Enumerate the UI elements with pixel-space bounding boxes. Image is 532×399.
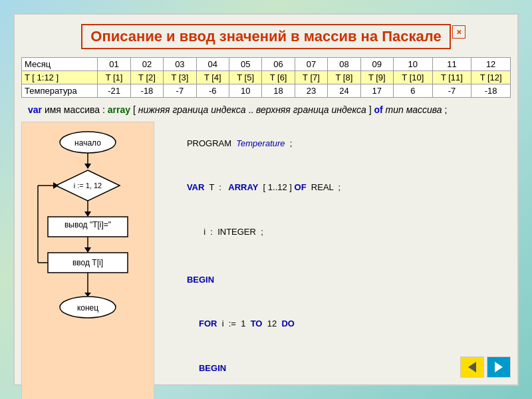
cell-v10: 6 bbox=[394, 84, 433, 98]
syntax-bracket1: [ bbox=[133, 104, 136, 115]
cell-v1: -21 bbox=[98, 84, 130, 98]
cell-t9: T [9] bbox=[360, 71, 393, 84]
cell-v2: -18 bbox=[130, 84, 163, 98]
svg-marker-2 bbox=[84, 164, 91, 169]
cell-03: 03 bbox=[164, 58, 196, 71]
cell-v5: 10 bbox=[229, 84, 261, 98]
code-line-2: VAR T : ARRAY [ 1..12 ] OF REAL ; bbox=[168, 166, 511, 209]
forward-arrow-icon bbox=[495, 362, 503, 372]
fc-output-label: вывод "T[i]=" bbox=[65, 220, 111, 229]
cell-t10: T [10] bbox=[394, 71, 433, 84]
syntax-var: var bbox=[28, 104, 42, 115]
fc-input-label: ввод T[i] bbox=[72, 258, 103, 267]
cell-v12: -18 bbox=[471, 84, 511, 98]
title-area: Описание и ввод значений в массив на Пас… bbox=[21, 21, 511, 52]
syntax-lower: нижняя граница индекса bbox=[138, 104, 246, 115]
table-row-header: Месяц 01 02 03 04 05 06 07 08 09 10 11 1… bbox=[22, 58, 511, 71]
svg-marker-15 bbox=[84, 293, 91, 297]
cell-month-label: Месяц bbox=[22, 58, 98, 71]
nav-back-button[interactable] bbox=[460, 356, 484, 378]
cell-t12: T [12] bbox=[471, 71, 511, 84]
flowchart-svg: начало i := 1, 12 вывод "T[i]=" вв bbox=[28, 129, 148, 335]
cell-temp-label: Температура bbox=[22, 84, 98, 98]
code-line-5: FOR i := 1 TO 12 DO bbox=[168, 302, 511, 346]
cell-05: 05 bbox=[229, 58, 261, 71]
cell-09: 09 bbox=[360, 58, 393, 71]
syntax-type: тип массива bbox=[386, 104, 442, 115]
fc-start-label: начало bbox=[74, 138, 101, 148]
code-line-1: PROGRAM Temperature ; bbox=[168, 122, 511, 166]
cell-t2: T [2] bbox=[130, 71, 163, 84]
table-row-temp: Температура -21 -18 -7 -6 10 18 23 24 17… bbox=[22, 84, 511, 98]
syntax-bracket2: ] bbox=[369, 104, 372, 115]
syntax-line: var имя массива : array [ нижняя граница… bbox=[28, 104, 511, 115]
code-panel: PROGRAM Temperature ; VAR T : ARRAY [ 1.… bbox=[161, 122, 511, 399]
svg-marker-13 bbox=[53, 182, 59, 189]
cell-11: 11 bbox=[432, 58, 471, 71]
cell-v9: 17 bbox=[360, 84, 393, 98]
cell-array-label: T [ 1:12 ] bbox=[22, 71, 98, 84]
cell-v11: -7 bbox=[432, 84, 471, 98]
cell-t3: T [3] bbox=[164, 71, 196, 84]
code-line-3: i : INTEGER ; bbox=[168, 210, 511, 254]
slide: Описание и ввод значений в массив на Пас… bbox=[13, 13, 519, 386]
cell-t7: T [7] bbox=[295, 71, 327, 84]
code-line-7: WRITE ( 'T[', i : 2, ']=' ) ; bbox=[168, 390, 511, 399]
nav-forward-button[interactable] bbox=[487, 356, 511, 378]
title-box: Описание и ввод значений в массив на Пас… bbox=[81, 24, 450, 49]
svg-marker-5 bbox=[84, 211, 91, 217]
syntax-of: of bbox=[374, 104, 382, 115]
cell-02: 02 bbox=[130, 58, 163, 71]
syntax-semi: ; bbox=[445, 104, 448, 115]
cell-t4: T [4] bbox=[196, 71, 229, 84]
code-line-6: BEGIN bbox=[168, 346, 511, 390]
cell-t8: T [8] bbox=[328, 71, 360, 84]
slide-title: Описание и ввод значений в массив на Пас… bbox=[90, 28, 441, 45]
nav-buttons bbox=[460, 356, 511, 378]
cell-12: 12 bbox=[471, 58, 511, 71]
back-arrow-icon bbox=[468, 362, 476, 372]
cell-04: 04 bbox=[196, 58, 229, 71]
syntax-array: array bbox=[108, 104, 130, 115]
syntax-upper: верхняя граница индекса bbox=[256, 104, 366, 115]
cell-v6: 18 bbox=[262, 84, 295, 98]
cell-t5: T [5] bbox=[229, 71, 261, 84]
cell-10: 10 bbox=[394, 58, 433, 71]
cell-v7: 23 bbox=[295, 84, 327, 98]
syntax-dots: .. bbox=[248, 104, 253, 115]
cell-v4: -6 bbox=[196, 84, 229, 98]
cell-t11: T [11] bbox=[432, 71, 471, 84]
code-line-4: BEGIN bbox=[168, 258, 511, 302]
svg-marker-8 bbox=[84, 247, 91, 253]
cell-01: 01 bbox=[98, 58, 130, 71]
cell-07: 07 bbox=[295, 58, 327, 71]
close-icon[interactable]: ✕ bbox=[452, 25, 466, 39]
cell-08: 08 bbox=[328, 58, 360, 71]
syntax-name: имя массива : bbox=[42, 104, 105, 115]
main-content: начало i := 1, 12 вывод "T[i]=" вв bbox=[21, 122, 511, 399]
table-row-array: T [ 1:12 ] T [1] T [2] T [3] T [4] T [5]… bbox=[22, 71, 511, 84]
cell-v8: 24 bbox=[328, 84, 360, 98]
cell-t6: T [6] bbox=[262, 71, 295, 84]
flowchart: начало i := 1, 12 вывод "T[i]=" вв bbox=[21, 122, 154, 399]
cell-t1: T [1] bbox=[98, 71, 130, 84]
fc-end-label: конец bbox=[77, 303, 98, 313]
fc-loop-label: i := 1, 12 bbox=[74, 182, 102, 190]
cell-v3: -7 bbox=[164, 84, 196, 98]
cell-06: 06 bbox=[262, 58, 295, 71]
data-table: Месяц 01 02 03 04 05 06 07 08 09 10 11 1… bbox=[21, 57, 511, 98]
